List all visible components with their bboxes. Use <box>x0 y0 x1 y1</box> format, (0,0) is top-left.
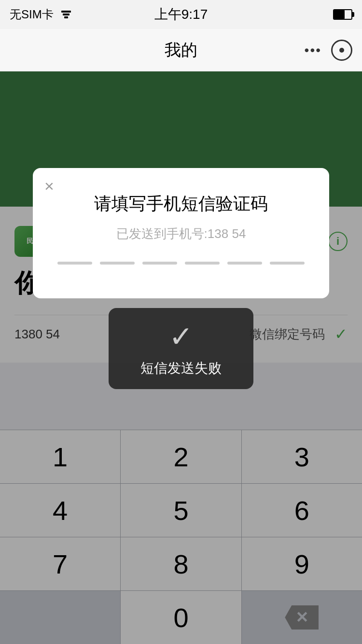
status-time: 上午9:17 <box>154 5 208 24</box>
carrier-text: 无SIM卡 <box>10 7 54 22</box>
nav-scan-button[interactable] <box>331 40 352 61</box>
subtitle-end: 54 <box>232 226 246 241</box>
status-bar: 无SIM卡 上午9:17 <box>0 0 362 29</box>
modal-title: 请填写手机短信验证码 <box>47 192 315 216</box>
nav-right-actions: ••• <box>305 40 352 61</box>
code-box-3[interactable] <box>142 262 177 265</box>
nav-title: 我的 <box>165 39 197 61</box>
toast-message: 短信发送失败 <box>140 359 222 378</box>
code-box-2[interactable] <box>100 262 135 265</box>
code-input-area[interactable] <box>47 262 315 265</box>
status-right <box>333 9 352 20</box>
code-box-1[interactable] <box>57 262 92 265</box>
toast-notification: ✓ 短信发送失败 <box>109 308 253 389</box>
wifi-icon <box>61 11 71 18</box>
subtitle-start: 已发送到手机号:138 <box>116 226 229 241</box>
code-box-5[interactable] <box>227 262 262 265</box>
status-left: 无SIM卡 <box>10 7 71 22</box>
toast-check-icon: ✓ <box>169 322 193 351</box>
verification-modal: × 请填写手机短信验证码 已发送到手机号:138 54 <box>33 168 329 298</box>
modal-close-button[interactable]: × <box>44 178 54 194</box>
background-content: 民 民信阿姨 i 你的手机号码 1380 54 微信绑定号码 ✓ × 请填写手机… <box>0 71 362 644</box>
code-box-6[interactable] <box>270 262 305 265</box>
modal-subtitle: 已发送到手机号:138 54 <box>47 225 315 242</box>
scan-icon <box>339 48 344 53</box>
battery-icon <box>333 9 352 20</box>
code-box-4[interactable] <box>185 262 220 265</box>
nav-bar: 我的 ••• <box>0 29 362 71</box>
nav-more-button[interactable]: ••• <box>305 42 321 58</box>
